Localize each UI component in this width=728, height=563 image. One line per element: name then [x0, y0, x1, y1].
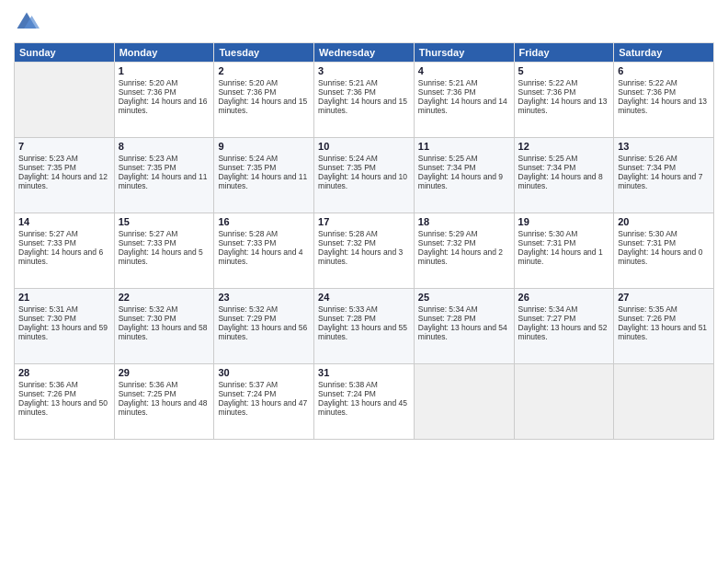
daylight-text: Daylight: 13 hours and 50 minutes.	[18, 398, 110, 417]
sunrise-text: Sunrise: 5:28 AM	[318, 229, 410, 238]
col-header-thursday: Thursday	[414, 43, 514, 63]
daylight-text: Daylight: 14 hours and 8 minutes.	[518, 172, 610, 190]
sunset-text: Sunset: 7:25 PM	[119, 389, 210, 398]
day-cell: 7Sunrise: 5:23 AMSunset: 7:35 PMDaylight…	[15, 138, 115, 213]
day-cell: 31Sunrise: 5:38 AMSunset: 7:24 PMDayligh…	[314, 364, 415, 440]
day-cell: 20Sunrise: 5:30 AMSunset: 7:31 PMDayligh…	[614, 213, 714, 289]
day-cell	[414, 364, 514, 440]
sunset-text: Sunset: 7:36 PM	[119, 87, 210, 97]
daylight-text: Daylight: 13 hours and 45 minutes.	[318, 398, 410, 417]
day-cell	[15, 63, 115, 138]
calendar-table: SundayMondayTuesdayWednesdayThursdayFrid…	[14, 42, 714, 440]
sunrise-text: Sunrise: 5:36 AM	[18, 380, 110, 389]
daylight-text: Daylight: 13 hours and 51 minutes.	[618, 323, 710, 341]
day-cell: 1Sunrise: 5:20 AMSunset: 7:36 PMDaylight…	[114, 63, 214, 138]
day-number: 5	[518, 65, 610, 76]
sunrise-text: Sunrise: 5:36 AM	[119, 380, 210, 389]
daylight-text: Daylight: 14 hours and 2 minutes.	[418, 247, 510, 266]
sunset-text: Sunset: 7:34 PM	[518, 163, 610, 172]
day-cell: 5Sunrise: 5:22 AMSunset: 7:36 PMDaylight…	[514, 63, 614, 138]
sunrise-text: Sunrise: 5:21 AM	[418, 78, 510, 87]
sunrise-text: Sunrise: 5:30 AM	[618, 229, 710, 238]
day-number: 3	[318, 65, 410, 76]
sunset-text: Sunset: 7:36 PM	[218, 87, 310, 97]
logo-icon	[14, 9, 40, 35]
day-number: 8	[119, 141, 210, 152]
col-header-sunday: Sunday	[15, 43, 115, 63]
day-cell: 28Sunrise: 5:36 AMSunset: 7:26 PMDayligh…	[15, 364, 115, 440]
day-cell: 14Sunrise: 5:27 AMSunset: 7:33 PMDayligh…	[15, 213, 115, 289]
sunrise-text: Sunrise: 5:33 AM	[318, 304, 410, 314]
day-cell: 24Sunrise: 5:33 AMSunset: 7:28 PMDayligh…	[314, 289, 415, 364]
daylight-text: Daylight: 14 hours and 5 minutes.	[119, 247, 210, 266]
day-cell: 10Sunrise: 5:24 AMSunset: 7:35 PMDayligh…	[314, 138, 415, 213]
day-number: 12	[518, 141, 610, 152]
day-cell: 19Sunrise: 5:30 AMSunset: 7:31 PMDayligh…	[514, 213, 614, 289]
day-cell: 30Sunrise: 5:37 AMSunset: 7:24 PMDayligh…	[214, 364, 314, 440]
day-cell: 23Sunrise: 5:32 AMSunset: 7:29 PMDayligh…	[214, 289, 314, 364]
day-cell: 11Sunrise: 5:25 AMSunset: 7:34 PMDayligh…	[414, 138, 514, 213]
day-number: 16	[218, 216, 310, 227]
daylight-text: Daylight: 14 hours and 9 minutes.	[418, 172, 510, 190]
day-number: 22	[119, 292, 210, 303]
sunset-text: Sunset: 7:33 PM	[119, 238, 210, 247]
sunrise-text: Sunrise: 5:21 AM	[318, 78, 410, 87]
sunrise-text: Sunrise: 5:27 AM	[119, 229, 210, 238]
col-header-saturday: Saturday	[614, 43, 714, 63]
sunset-text: Sunset: 7:24 PM	[318, 389, 410, 398]
sunrise-text: Sunrise: 5:22 AM	[518, 78, 610, 87]
day-cell: 29Sunrise: 5:36 AMSunset: 7:25 PMDayligh…	[114, 364, 214, 440]
day-cell	[614, 364, 714, 440]
day-number: 28	[18, 367, 110, 378]
sunrise-text: Sunrise: 5:25 AM	[518, 154, 610, 163]
day-number: 24	[318, 292, 410, 303]
daylight-text: Daylight: 13 hours and 54 minutes.	[418, 323, 510, 341]
sunrise-text: Sunrise: 5:38 AM	[318, 380, 410, 389]
daylight-text: Daylight: 14 hours and 13 minutes.	[618, 97, 710, 115]
sunrise-text: Sunrise: 5:35 AM	[618, 304, 710, 314]
daylight-text: Daylight: 14 hours and 12 minutes.	[18, 172, 110, 190]
daylight-text: Daylight: 13 hours and 59 minutes.	[18, 323, 110, 341]
day-number: 23	[218, 292, 310, 303]
day-number: 4	[418, 65, 510, 76]
calendar-container: SundayMondayTuesdayWednesdayThursdayFrid…	[0, 0, 728, 563]
sunset-text: Sunset: 7:31 PM	[518, 238, 610, 247]
sunrise-text: Sunrise: 5:32 AM	[218, 304, 310, 314]
day-number: 10	[318, 141, 410, 152]
sunset-text: Sunset: 7:36 PM	[318, 87, 410, 97]
daylight-text: Daylight: 14 hours and 11 minutes.	[218, 172, 310, 190]
sunset-text: Sunset: 7:36 PM	[418, 87, 510, 97]
daylight-text: Daylight: 14 hours and 11 minutes.	[119, 172, 210, 190]
sunset-text: Sunset: 7:30 PM	[119, 314, 210, 323]
daylight-text: Daylight: 14 hours and 6 minutes.	[18, 247, 110, 266]
day-number: 30	[218, 367, 310, 378]
day-cell: 13Sunrise: 5:26 AMSunset: 7:34 PMDayligh…	[614, 138, 714, 213]
sunrise-text: Sunrise: 5:30 AM	[518, 229, 610, 238]
sunset-text: Sunset: 7:33 PM	[218, 238, 310, 247]
col-header-monday: Monday	[114, 43, 214, 63]
day-number: 19	[518, 216, 610, 227]
week-row-5: 28Sunrise: 5:36 AMSunset: 7:26 PMDayligh…	[15, 364, 714, 440]
sunset-text: Sunset: 7:27 PM	[518, 314, 610, 323]
day-cell: 17Sunrise: 5:28 AMSunset: 7:32 PMDayligh…	[314, 213, 415, 289]
sunrise-text: Sunrise: 5:25 AM	[418, 154, 510, 163]
day-cell: 4Sunrise: 5:21 AMSunset: 7:36 PMDaylight…	[414, 63, 514, 138]
sunset-text: Sunset: 7:32 PM	[318, 238, 410, 247]
daylight-text: Daylight: 14 hours and 0 minutes.	[618, 247, 710, 266]
sunrise-text: Sunrise: 5:23 AM	[18, 154, 110, 163]
sunset-text: Sunset: 7:35 PM	[18, 163, 110, 172]
sunrise-text: Sunrise: 5:37 AM	[218, 380, 310, 389]
day-cell: 2Sunrise: 5:20 AMSunset: 7:36 PMDaylight…	[214, 63, 314, 138]
sunrise-text: Sunrise: 5:24 AM	[318, 154, 410, 163]
daylight-text: Daylight: 14 hours and 15 minutes.	[218, 97, 310, 115]
sunrise-text: Sunrise: 5:23 AM	[119, 154, 210, 163]
sunset-text: Sunset: 7:34 PM	[618, 163, 710, 172]
day-number: 25	[418, 292, 510, 303]
daylight-text: Daylight: 14 hours and 16 minutes.	[119, 97, 210, 115]
daylight-text: Daylight: 13 hours and 47 minutes.	[218, 398, 310, 417]
sunrise-text: Sunrise: 5:28 AM	[218, 229, 310, 238]
calendar-header	[14, 9, 714, 35]
daylight-text: Daylight: 14 hours and 14 minutes.	[418, 97, 510, 115]
day-cell: 16Sunrise: 5:28 AMSunset: 7:33 PMDayligh…	[214, 213, 314, 289]
daylight-text: Daylight: 14 hours and 7 minutes.	[618, 172, 710, 190]
